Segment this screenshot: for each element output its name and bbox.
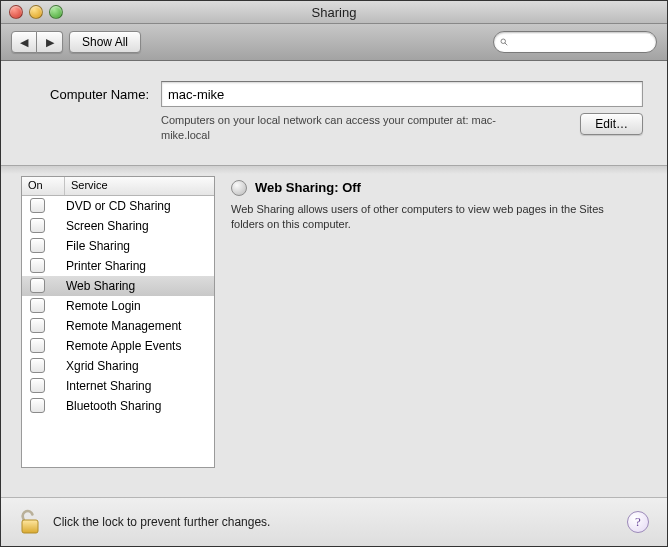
forward-button[interactable]: ▶ xyxy=(37,31,63,53)
service-row[interactable]: Bluetooth Sharing xyxy=(22,396,214,416)
service-checkbox[interactable] xyxy=(30,258,45,273)
service-label: Remote Login xyxy=(60,299,214,313)
service-label: Internet Sharing xyxy=(60,379,214,393)
service-row[interactable]: Screen Sharing xyxy=(22,216,214,236)
computer-name-subtext: Computers on your local network can acce… xyxy=(161,113,511,143)
service-checkbox[interactable] xyxy=(30,278,45,293)
show-all-button[interactable]: Show All xyxy=(69,31,141,53)
service-detail-title: Web Sharing: Off xyxy=(255,180,361,195)
service-row[interactable]: Remote Apple Events xyxy=(22,336,214,356)
service-label: DVD or CD Sharing xyxy=(60,199,214,213)
service-checkbox[interactable] xyxy=(30,218,45,233)
service-checkbox[interactable] xyxy=(30,338,45,353)
service-checkbox[interactable] xyxy=(30,398,45,413)
service-label: Web Sharing xyxy=(60,279,214,293)
service-checkbox[interactable] xyxy=(30,318,45,333)
service-detail-pane: Web Sharing: Off Web Sharing allows user… xyxy=(231,176,647,468)
chevron-right-icon: ▶ xyxy=(46,37,54,48)
services-table: On Service DVD or CD SharingScreen Shari… xyxy=(21,176,215,468)
window-minimize-button[interactable] xyxy=(29,5,43,19)
help-button[interactable]: ? xyxy=(627,511,649,533)
service-label: Screen Sharing xyxy=(60,219,214,233)
service-row[interactable]: Web Sharing xyxy=(22,276,214,296)
svg-rect-2 xyxy=(22,520,38,533)
service-label: File Sharing xyxy=(60,239,214,253)
service-checkbox[interactable] xyxy=(30,298,45,313)
back-button[interactable]: ◀ xyxy=(11,31,37,53)
service-row[interactable]: File Sharing xyxy=(22,236,214,256)
service-row[interactable]: DVD or CD Sharing xyxy=(22,196,214,216)
column-header-service[interactable]: Service xyxy=(65,177,214,195)
service-checkbox[interactable] xyxy=(30,358,45,373)
window-zoom-button[interactable] xyxy=(49,5,63,19)
service-checkbox[interactable] xyxy=(30,378,45,393)
toolbar: ◀ ▶ Show All xyxy=(1,24,667,61)
edit-button[interactable]: Edit… xyxy=(580,113,643,135)
service-label: Bluetooth Sharing xyxy=(60,399,214,413)
service-row[interactable]: Remote Management xyxy=(22,316,214,336)
lock-icon[interactable] xyxy=(19,509,41,535)
nav-segment: ◀ ▶ xyxy=(11,31,63,53)
footer: Click the lock to prevent further change… xyxy=(1,497,667,546)
svg-line-1 xyxy=(505,43,507,45)
lock-description: Click the lock to prevent further change… xyxy=(53,515,270,529)
search-icon xyxy=(500,36,508,48)
search-input[interactable] xyxy=(512,34,650,50)
section-divider xyxy=(1,165,667,176)
service-row[interactable]: Xgrid Sharing xyxy=(22,356,214,376)
service-detail-description: Web Sharing allows users of other comput… xyxy=(231,202,631,233)
service-row[interactable]: Remote Login xyxy=(22,296,214,316)
services-header-row: On Service xyxy=(22,177,214,196)
column-header-on[interactable]: On xyxy=(22,177,65,195)
service-row[interactable]: Internet Sharing xyxy=(22,376,214,396)
chevron-left-icon: ◀ xyxy=(20,37,28,48)
service-label: Printer Sharing xyxy=(60,259,214,273)
window-close-button[interactable] xyxy=(9,5,23,19)
window-title: Sharing xyxy=(312,5,357,20)
service-checkbox[interactable] xyxy=(30,238,45,253)
status-indicator-icon xyxy=(231,180,247,196)
computer-name-label: Computer Name: xyxy=(25,87,149,102)
service-checkbox[interactable] xyxy=(30,198,45,213)
service-label: Remote Apple Events xyxy=(60,339,214,353)
service-row[interactable]: Printer Sharing xyxy=(22,256,214,276)
service-label: Remote Management xyxy=(60,319,214,333)
service-label: Xgrid Sharing xyxy=(60,359,214,373)
window-titlebar: Sharing xyxy=(1,1,667,24)
computer-name-input[interactable] xyxy=(161,81,643,107)
search-field[interactable] xyxy=(493,31,657,53)
